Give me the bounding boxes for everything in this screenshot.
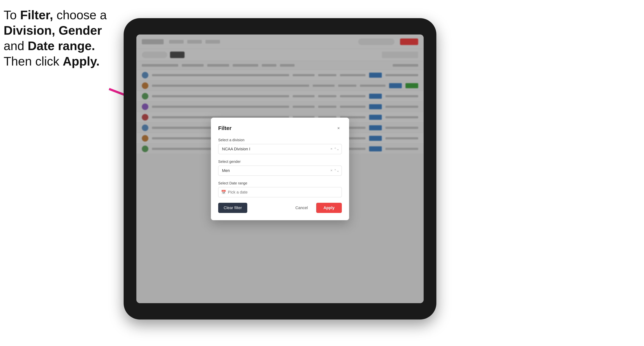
tablet-frame: Filter × Select a division NCAA Division… <box>124 18 436 320</box>
date-input-wrapper: 📅 <box>218 187 342 197</box>
close-icon: × <box>337 126 340 131</box>
gender-label: Select gender <box>218 160 342 164</box>
filter-modal: Filter × Select a division NCAA Division… <box>211 118 349 220</box>
gender-select-wrapper: Men × ⌃⌄ <box>218 166 342 176</box>
division-select-wrapper: NCAA Division I × ⌃⌄ <box>218 144 342 154</box>
date-label: Select Date range <box>218 181 342 185</box>
apply-button[interactable]: Apply <box>316 203 342 213</box>
clear-filter-button[interactable]: Clear filter <box>218 203 247 213</box>
gender-form-group: Select gender Men × ⌃⌄ <box>218 160 342 176</box>
division-label: Select a division <box>218 138 342 142</box>
division-select[interactable]: NCAA Division I <box>218 144 342 154</box>
division-form-group: Select a division NCAA Division I × ⌃⌄ <box>218 138 342 154</box>
gender-select[interactable]: Men <box>218 166 342 176</box>
footer-right-actions: Cancel Apply <box>290 203 342 213</box>
date-form-group: Select Date range 📅 <box>218 181 342 197</box>
cancel-button[interactable]: Cancel <box>290 203 313 213</box>
modal-overlay: Filter × Select a division NCAA Division… <box>136 34 424 303</box>
modal-header: Filter × <box>218 125 342 131</box>
modal-title: Filter <box>218 125 232 131</box>
date-range-input[interactable] <box>218 187 342 197</box>
tablet-screen: Filter × Select a division NCAA Division… <box>136 34 424 303</box>
modal-footer: Clear filter Cancel Apply <box>218 203 342 213</box>
instruction-text: To Filter, choose a Division, Gender and… <box>4 7 109 69</box>
modal-close-button[interactable]: × <box>335 125 342 131</box>
